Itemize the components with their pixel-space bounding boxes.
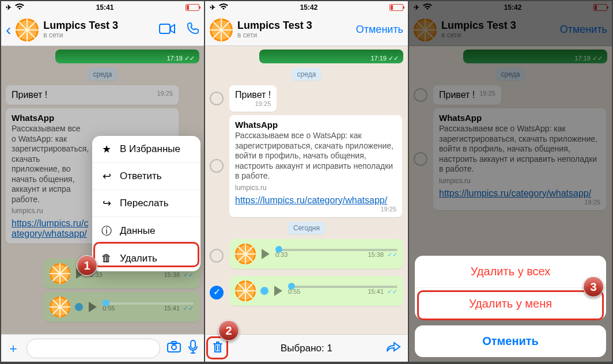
- menu-label: Данные: [120, 225, 155, 237]
- voice-avatar: [235, 280, 256, 301]
- menu-label: Переслать: [120, 198, 169, 209]
- battery-icon: [186, 4, 199, 11]
- message-hello[interactable]: Привет ! 19:25: [229, 85, 277, 112]
- prev-image-bubble[interactable]: 17:19 ✓✓: [55, 50, 199, 63]
- highlight-delete-for-me: [417, 290, 604, 320]
- mic-icon: [260, 287, 268, 295]
- menu-label: В Избранные: [120, 143, 180, 155]
- chat-status: в сети: [43, 32, 154, 39]
- mic-icon: [75, 303, 83, 311]
- svg-rect-4: [191, 340, 195, 348]
- date-separator: среда: [292, 68, 322, 81]
- voice-call-button[interactable]: [187, 22, 199, 38]
- play-icon[interactable]: [274, 286, 282, 296]
- wifi-icon: [219, 3, 228, 12]
- message-time: 19:25: [157, 90, 173, 97]
- chat-nav-bar: ‹ Lumpics Test 3 в сети: [1, 14, 204, 46]
- screenshot-1: ✈ 15:41 ‹ Lumpics Test 3 в сети 17:19 ✓✓…: [1, 1, 204, 362]
- link-preview-desc: Рассказываем все о WatsApp: как зарегист…: [235, 131, 396, 181]
- select-radio[interactable]: [210, 92, 224, 105]
- select-radio-checked[interactable]: [210, 286, 224, 299]
- chat-body: 17:19 ✓✓ среда Привет ! 19:25 WhatsApp Р…: [205, 46, 408, 334]
- callout-3: 3: [583, 276, 604, 297]
- airplane-mode-icon: ✈: [6, 3, 12, 12]
- video-call-button[interactable]: [159, 22, 175, 37]
- message-text: Привет !: [235, 90, 271, 100]
- chat-title[interactable]: Lumpics Test 3: [43, 20, 154, 32]
- date-separator: среда: [88, 68, 118, 81]
- ios-status-bar: ✈ 15:42: [205, 1, 408, 14]
- prev-image-bubble[interactable]: 17:19 ✓✓: [259, 50, 403, 63]
- status-time: 15:41: [96, 3, 114, 12]
- voice-message-2[interactable]: 0:5515:41✓✓: [229, 276, 403, 306]
- message-input[interactable]: [27, 339, 160, 358]
- menu-label: Ответить: [120, 170, 162, 182]
- sheet-cancel[interactable]: Отменить: [415, 325, 606, 357]
- avatar[interactable]: [210, 18, 233, 41]
- link-url[interactable]: https://lumpics.ru/category/whatsapp/: [235, 195, 387, 205]
- voice-track[interactable]: [103, 302, 194, 305]
- date-separator: Сегодня: [287, 222, 326, 234]
- message-link-preview[interactable]: WhatsApp Рассказываем все о WatsApp: как…: [229, 115, 402, 217]
- voice-message-2[interactable]: 0:5515:41✓✓: [44, 292, 199, 322]
- back-button[interactable]: ‹: [6, 21, 11, 39]
- link-preview-desc: Рассказываем все о WatsApp: как зарегист…: [12, 124, 86, 204]
- menu-item-favorite[interactable]: ★ В Избранные: [92, 136, 200, 162]
- chat-nav-bar: Lumpics Test 3 в сети Отменить: [205, 14, 408, 46]
- screenshot-3: ✈ 15:42 Lumpics Test 3 в сети Отменить 1…: [409, 1, 612, 362]
- sheet-delete-for-everyone[interactable]: Удалить у всех: [415, 256, 606, 287]
- callout-1: 1: [77, 255, 97, 276]
- chat-title[interactable]: Lumpics Test 3: [237, 20, 351, 32]
- voice-avatar: [50, 297, 70, 317]
- link-url[interactable]: https://lumpics.ru/category/whatsapp/: [12, 218, 91, 239]
- attach-button[interactable]: ＋: [7, 340, 20, 357]
- message-time: 19:25: [255, 100, 271, 107]
- voice-message-1[interactable]: 0:3315:38✓✓: [229, 239, 403, 269]
- voice-track[interactable]: [288, 286, 398, 288]
- battery-icon: [389, 4, 403, 11]
- menu-item-forward[interactable]: ↪ Переслать: [92, 189, 200, 217]
- reply-icon: ↩: [101, 170, 112, 183]
- voice-avatar: [235, 244, 256, 264]
- input-bar: ＋: [1, 334, 204, 362]
- svg-point-2: [172, 345, 176, 350]
- mic-button[interactable]: [188, 340, 198, 357]
- forward-icon: ↪: [101, 197, 112, 210]
- svg-rect-0: [160, 24, 170, 33]
- info-icon: ⓘ: [101, 224, 112, 238]
- message-hello[interactable]: Привет ! 19:25: [6, 85, 179, 105]
- voice-track[interactable]: [275, 249, 398, 251]
- message-time: 19:25: [380, 206, 396, 213]
- link-preview-title: WhatsApp: [12, 113, 173, 123]
- callout-2: 2: [218, 320, 239, 341]
- message-text: Привет !: [12, 90, 47, 100]
- play-icon[interactable]: [262, 249, 270, 259]
- cancel-button[interactable]: Отменить: [356, 24, 403, 36]
- select-radio[interactable]: [210, 159, 224, 173]
- play-icon[interactable]: [89, 302, 97, 312]
- status-time: 15:42: [300, 3, 318, 12]
- highlight-delete-menu: [93, 242, 199, 267]
- wifi-icon: [15, 3, 24, 12]
- airplane-mode-icon: ✈: [210, 3, 215, 12]
- link-preview-title: WhatsApp: [235, 120, 396, 130]
- camera-button[interactable]: [167, 341, 181, 356]
- menu-item-reply[interactable]: ↩ Ответить: [92, 162, 200, 189]
- voice-avatar: [50, 263, 70, 284]
- avatar[interactable]: [16, 18, 39, 41]
- star-icon: ★: [101, 143, 112, 156]
- chat-status: в сети: [237, 32, 351, 39]
- menu-item-info[interactable]: ⓘ Данные: [92, 217, 200, 245]
- ios-status-bar: ✈ 15:41: [1, 1, 204, 14]
- select-radio[interactable]: [210, 249, 224, 263]
- screenshot-2: ✈ 15:42 Lumpics Test 3 в сети Отменить 1…: [205, 1, 408, 362]
- selection-count: Выбрано: 1: [205, 343, 408, 354]
- link-preview-domain: lumpics.ru: [235, 184, 396, 192]
